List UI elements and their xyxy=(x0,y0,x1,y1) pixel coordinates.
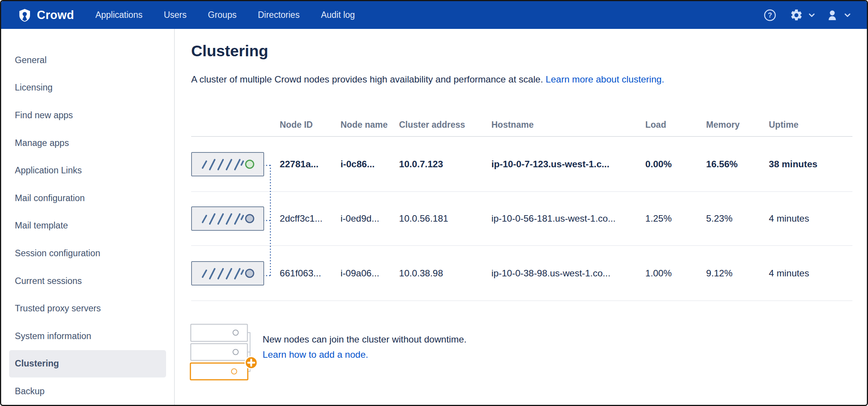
cell-node-name: i-09a06... xyxy=(341,268,399,279)
learn-how-to-add-node-link[interactable]: Learn how to add a node. xyxy=(263,349,368,360)
server-node-icon xyxy=(191,261,264,285)
brand-name: Crowd xyxy=(37,8,74,22)
cell-memory: 16.56% xyxy=(706,159,769,170)
nav-item-directories[interactable]: Directories xyxy=(258,10,299,20)
node-hatch-pattern xyxy=(200,266,245,281)
cell-node-id: 22781a... xyxy=(280,159,341,170)
cell-load: 1.00% xyxy=(645,268,706,279)
cell-cluster-address: 10.0.56.181 xyxy=(399,213,491,224)
settings-sidebar: General Licensing Find new apps Manage a… xyxy=(1,29,175,405)
sidebar-item-backup[interactable]: Backup xyxy=(1,377,174,405)
column-header-load: Load xyxy=(645,120,706,130)
column-header-hostname: Hostname xyxy=(491,120,645,130)
learn-more-clustering-link[interactable]: Learn more about clustering. xyxy=(546,74,664,84)
sidebar-item-current-sessions[interactable]: Current sessions xyxy=(1,267,174,295)
sidebar-item-general[interactable]: General xyxy=(1,46,174,74)
svg-text:?: ? xyxy=(768,11,772,19)
node-hatch-pattern xyxy=(200,157,245,172)
sidebar-item-mail-configuration[interactable]: Mail configuration xyxy=(1,184,174,212)
add-node-note: New nodes can join the cluster without d… xyxy=(263,332,467,362)
sidebar-item-clustering[interactable]: Clustering xyxy=(9,350,166,378)
table-row: 2dcff3c1... i-0ed9d... 10.0.56.181 ip-10… xyxy=(191,192,852,246)
column-header-memory: Memory xyxy=(706,120,769,130)
cell-cluster-address: 10.0.38.98 xyxy=(399,268,491,279)
user-avatar-icon[interactable] xyxy=(826,9,839,22)
cell-hostname: ip-10-0-56-181.us-west-1.co... xyxy=(491,213,645,224)
sidebar-item-application-links[interactable]: Application Links xyxy=(1,157,174,184)
column-header-uptime: Uptime xyxy=(769,120,852,130)
node-status-dot-gray xyxy=(245,269,254,278)
node-hatch-pattern xyxy=(200,211,245,226)
page-title: Clustering xyxy=(191,42,268,60)
cell-cluster-address: 10.0.7.123 xyxy=(399,159,491,170)
sidebar-item-find-new-apps[interactable]: Find new apps xyxy=(1,102,174,129)
crowd-logo-icon xyxy=(18,8,32,22)
primary-nav-menu: Applications Users Groups Directories Au… xyxy=(95,10,355,20)
sidebar-menu: General Licensing Find new apps Manage a… xyxy=(1,46,174,405)
sidebar-item-session-configuration[interactable]: Session configuration xyxy=(1,239,174,267)
sidebar-item-mail-template[interactable]: Mail template xyxy=(1,212,174,240)
cell-hostname: ip-10-0-7-123.us-west-1.c... xyxy=(491,159,645,170)
cell-uptime: 4 minutes xyxy=(769,268,852,279)
settings-gear-icon[interactable] xyxy=(789,8,803,22)
sidebar-item-licensing[interactable]: Licensing xyxy=(1,74,174,102)
server-node-icon xyxy=(191,152,264,176)
help-icon[interactable]: ? xyxy=(763,9,776,22)
column-header-node-name: Node name xyxy=(341,120,399,130)
table-row: 661f063... i-09a06... 10.0.38.98 ip-10-0… xyxy=(191,246,852,301)
cell-load: 1.25% xyxy=(645,213,706,224)
chevron-down-icon[interactable] xyxy=(808,11,816,19)
cell-memory: 9.12% xyxy=(706,268,769,279)
server-node-icon xyxy=(191,206,264,231)
app-window: Crowd Applications Users Groups Director… xyxy=(0,0,868,406)
node-status-dot-green xyxy=(245,160,254,169)
nav-item-audit-log[interactable]: Audit log xyxy=(321,10,355,20)
cell-node-id: 661f063... xyxy=(280,268,341,279)
cell-node-id: 2dcff3c1... xyxy=(280,213,341,224)
cell-uptime: 38 minutes xyxy=(769,159,852,170)
table-header-row: Node ID Node name Cluster address Hostna… xyxy=(191,113,852,137)
table-row: 22781a... i-0c86... 10.0.7.123 ip-10-0-7… xyxy=(191,137,852,192)
nav-item-applications[interactable]: Applications xyxy=(95,10,143,20)
add-node-icon xyxy=(190,324,262,387)
cell-uptime: 4 minutes xyxy=(769,213,852,224)
cluster-nodes-table: Node ID Node name Cluster address Hostna… xyxy=(191,113,852,301)
nav-item-users[interactable]: Users xyxy=(164,10,187,20)
sidebar-item-manage-apps[interactable]: Manage apps xyxy=(1,129,174,157)
page-description-text: A cluster of multiple Crowd nodes provid… xyxy=(191,74,543,84)
cell-memory: 5.23% xyxy=(706,213,769,224)
nav-item-groups[interactable]: Groups xyxy=(208,10,236,20)
cell-node-name: i-0ed9d... xyxy=(341,213,399,224)
chevron-down-icon[interactable] xyxy=(843,11,852,19)
nav-right-actions: ? xyxy=(763,8,867,22)
sidebar-item-trusted-proxy-servers[interactable]: Trusted proxy servers xyxy=(1,295,174,322)
cell-node-name: i-0c86... xyxy=(341,159,399,170)
cell-load: 0.00% xyxy=(645,159,706,170)
cell-hostname: ip-10-0-38-98.us-west-1.co... xyxy=(491,268,645,279)
column-header-cluster-address: Cluster address xyxy=(399,120,491,130)
page-description: A cluster of multiple Crowd nodes provid… xyxy=(191,74,664,85)
crowd-brand[interactable]: Crowd xyxy=(1,8,74,22)
top-navigation-bar: Crowd Applications Users Groups Director… xyxy=(1,1,867,29)
sidebar-item-system-information[interactable]: System information xyxy=(1,322,174,350)
clustering-page: Clustering A cluster of multiple Crowd n… xyxy=(176,29,867,405)
add-node-note-text: New nodes can join the cluster without d… xyxy=(263,332,467,347)
node-status-dot-gray xyxy=(245,214,254,223)
column-header-node-id: Node ID xyxy=(280,120,341,130)
